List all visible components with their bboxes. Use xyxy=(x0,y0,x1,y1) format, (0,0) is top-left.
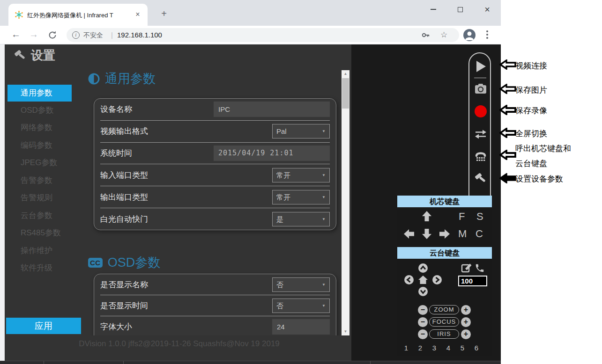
form-row: 是否显示名称 否 ▼ xyxy=(100,274,330,295)
tilt-up-button[interactable] xyxy=(418,263,428,273)
number-key-5[interactable]: 5 xyxy=(459,344,466,352)
forward-button[interactable]: → xyxy=(29,29,38,40)
preset-call-button[interactable] xyxy=(475,263,485,273)
number-key-3[interactable]: 3 xyxy=(431,344,438,352)
tab-close-button[interactable]: × xyxy=(133,10,142,19)
arrow-down-key[interactable] xyxy=(421,228,433,240)
general-panel: 设备名称 IPC 视频输出格式 Pal ▼ 系统时间 2015/04/19 21… xyxy=(94,98,336,230)
show-time-select[interactable]: 否 ▼ xyxy=(272,298,330,313)
person-icon xyxy=(463,29,476,41)
device-settings-button[interactable] xyxy=(469,172,492,185)
sidebar-item-alarm[interactable]: 告警参数 xyxy=(7,172,72,189)
call-keyboard-button[interactable] xyxy=(469,150,492,163)
output-port-type-select[interactable]: 常开 ▼ xyxy=(272,190,330,204)
scroll-up-icon[interactable]: ▲ xyxy=(342,70,349,78)
sidebar-item-maintenance[interactable]: 操作维护 xyxy=(7,242,72,259)
white-light-shutter-label: 白光自动快门 xyxy=(100,214,148,225)
annotation-arrow xyxy=(499,105,516,115)
chevron-down-icon: ▼ xyxy=(322,278,326,291)
key-m[interactable]: M xyxy=(458,228,467,240)
preset-edit-button[interactable] xyxy=(461,262,472,274)
video-connect-button[interactable] xyxy=(469,60,492,73)
key-icon[interactable] xyxy=(422,31,430,39)
browser-tab[interactable]: 红外热像网络摄像机 | Infrared T × xyxy=(8,4,148,26)
form-row: 输出端口类型 常开 ▼ xyxy=(100,186,330,208)
focus-label[interactable]: FOCUS xyxy=(429,317,459,327)
window-minimize-button[interactable] xyxy=(423,0,444,19)
window-close-button[interactable]: × xyxy=(476,0,498,19)
iris-close-button[interactable]: − xyxy=(418,329,428,339)
sidebar-item-general[interactable]: 通用参数 xyxy=(7,85,72,102)
annotation-fullscreen: 全屏切换 xyxy=(515,128,547,139)
osd-section-title: OSD参数 xyxy=(108,254,161,271)
tilt-down-button[interactable] xyxy=(418,286,428,297)
output-port-type-value: 常开 xyxy=(276,190,290,204)
back-button[interactable]: ← xyxy=(11,29,21,40)
scroll-down-icon[interactable]: ▼ xyxy=(342,328,349,335)
arrow-right-key[interactable] xyxy=(438,228,451,240)
key-c[interactable]: C xyxy=(476,228,483,240)
show-name-select[interactable]: 否 ▼ xyxy=(272,277,330,292)
input-port-type-select[interactable]: 常开 ▼ xyxy=(272,168,330,182)
bookmark-star-icon[interactable]: ☆ xyxy=(440,28,447,42)
pan-right-button[interactable] xyxy=(432,275,442,285)
reload-button[interactable] xyxy=(48,30,57,40)
close-icon: × xyxy=(484,5,490,14)
arrow-left-key[interactable] xyxy=(403,228,415,240)
focus-out-button[interactable]: − xyxy=(418,317,428,327)
key-s[interactable]: S xyxy=(476,211,483,223)
output-port-type-label: 输出端口类型 xyxy=(100,192,148,203)
new-tab-button[interactable]: + xyxy=(157,7,171,21)
tab-title: 红外热像网络摄像机 | Infrared T xyxy=(27,11,129,20)
font-size-input[interactable]: 24 xyxy=(272,319,330,335)
device-name-input[interactable]: IPC xyxy=(214,102,330,117)
video-format-select[interactable]: Pal ▼ xyxy=(272,124,330,138)
info-icon[interactable]: i xyxy=(72,31,80,39)
number-key-1[interactable]: 1 xyxy=(402,344,410,352)
show-name-label: 是否显示名称 xyxy=(100,279,148,290)
number-key-4[interactable]: 4 xyxy=(445,344,452,352)
profile-avatar[interactable] xyxy=(463,29,476,41)
zoom-out-button[interactable]: − xyxy=(418,305,428,315)
zoom-in-button[interactable]: + xyxy=(461,305,471,315)
system-time-input[interactable]: 2015/04/19 21:01 xyxy=(214,146,330,161)
url-divider: | xyxy=(111,28,113,42)
save-record-button[interactable] xyxy=(469,105,492,118)
white-light-shutter-select[interactable]: 是 ▼ xyxy=(272,212,330,226)
key-f[interactable]: F xyxy=(459,211,465,223)
url-host: 192.168.1.100 xyxy=(117,28,162,42)
number-key-6[interactable]: 6 xyxy=(473,344,480,352)
window-maximize-button[interactable] xyxy=(449,0,471,19)
sidebar-item-rs485[interactable]: RS485参数 xyxy=(7,225,72,241)
ptz-keyboard: 100 − ZOOM + − FOCUS + − IRIS + 1 2 3 4 … xyxy=(397,259,492,356)
browser-menu-button[interactable] xyxy=(486,30,488,40)
sidebar-item-jpeg[interactable]: JPEG参数 xyxy=(7,154,72,171)
minimize-icon xyxy=(431,9,436,10)
swap-arrows-icon xyxy=(474,129,487,139)
scrollbar-thumb[interactable] xyxy=(342,78,349,109)
save-image-button[interactable] xyxy=(469,82,492,95)
apply-button[interactable]: 应用 xyxy=(6,318,81,334)
sidebar-item-encoding[interactable]: 编码参数 xyxy=(7,137,72,154)
zoom-label[interactable]: ZOOM xyxy=(429,305,459,314)
sidebar-item-alarm-rules[interactable]: 告警规则 xyxy=(7,189,72,206)
chevron-down-icon: ▼ xyxy=(322,190,326,204)
home-button[interactable] xyxy=(417,275,429,285)
sidebar-item-upgrade[interactable]: 软件升级 xyxy=(7,260,72,277)
fullscreen-toggle-button[interactable] xyxy=(469,128,492,141)
sidebar-item-network[interactable]: 网络参数 xyxy=(7,119,72,136)
sidebar-item-osd[interactable]: OSD参数 xyxy=(7,102,72,119)
content-scrollbar[interactable]: ▲ ▼ xyxy=(342,70,349,335)
pan-left-button[interactable] xyxy=(404,275,414,285)
focus-in-button[interactable]: + xyxy=(461,317,471,327)
settings-page: 设置 通用参数 OSD参数 网络参数 编码参数 JPEG参数 告警参数 告警规则… xyxy=(5,44,501,361)
iris-open-button[interactable]: + xyxy=(461,329,471,339)
arrow-up-key[interactable] xyxy=(421,210,433,222)
address-bar[interactable]: i 不安全 | 192.168.1.100 ☆ xyxy=(67,28,459,42)
annotation-device-settings: 设置设备参数 xyxy=(515,174,563,184)
sidebar-item-ptz[interactable]: 云台参数 xyxy=(7,207,72,224)
camera-icon xyxy=(474,83,487,95)
preset-number-input[interactable]: 100 xyxy=(458,276,487,286)
iris-label[interactable]: IRIS xyxy=(429,329,459,339)
number-key-2[interactable]: 2 xyxy=(416,344,424,352)
